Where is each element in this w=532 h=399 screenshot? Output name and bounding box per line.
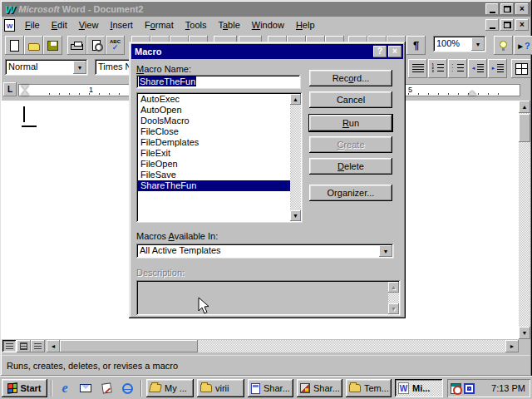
description-scroll-track [388,293,399,303]
list-item[interactable]: FileOpen [138,159,290,170]
document-control-icon[interactable]: W [4,19,15,32]
taskbar: Start e My ... virii Shar... Shar... Tem… [0,376,532,399]
quick-launch-channels[interactable] [119,381,135,396]
menu-format[interactable]: Format [139,18,180,32]
list-item[interactable]: AutoExec [138,94,290,105]
vertical-scrollbar[interactable]: ▲ ▼ [519,101,530,339]
menu-tools[interactable]: Tools [180,18,213,32]
chevron-down-icon[interactable]: ▼ [73,61,86,74]
chevron-down-icon[interactable]: ▼ [471,37,485,51]
run-button[interactable]: Run [309,115,392,131]
normal-view-button[interactable] [2,340,17,352]
window-titlebar[interactable]: W Microsoft Word - Document2 × [2,2,530,17]
folder-icon [349,384,361,392]
horizontal-scroll-thumb[interactable] [60,340,198,352]
outline-view-button[interactable] [31,340,45,352]
first-line-indent-marker[interactable] [21,85,29,90]
task-button-shar2[interactable]: Shar... [297,379,342,397]
open-button[interactable] [24,36,43,55]
scroll-left-button[interactable]: ◄ [47,340,60,352]
delete-button[interactable]: Delete [309,158,392,175]
text-caret [23,106,25,122]
menu-insert[interactable]: Insert [104,18,139,32]
task-button-microsoft-word[interactable]: W Mi... [395,379,443,397]
list-item[interactable]: FileClose [138,126,290,137]
list-scrollbar[interactable]: ▲ ▼ [290,94,301,221]
vertical-scroll-thumb[interactable] [519,114,530,142]
scroll-up-button[interactable]: ▲ [290,94,301,105]
save-button[interactable] [43,36,62,55]
help-pointer-icon: ►? [516,41,530,51]
zoom-combo[interactable]: 100% ▼ [433,36,486,52]
hanging-indent-marker[interactable] [21,91,29,96]
status-bar: Runs, creates, deletes, or revises a mac… [2,355,530,375]
list-item[interactable]: FileDemplates [138,137,290,148]
increase-indent-button[interactable] [488,59,507,78]
dialog-close-button[interactable]: × [388,46,401,57]
scroll-up-button[interactable]: ▲ [519,101,530,113]
doc-close-button[interactable]: × [515,19,529,31]
numbered-list-button[interactable] [428,59,447,78]
help-button[interactable]: ►? [514,36,532,55]
record-button[interactable]: Record... [309,70,392,86]
paragraph-mark-icon: ¶ [413,39,419,52]
menu-edit[interactable]: Edit [46,18,73,32]
task-button-my[interactable]: My ... [146,379,194,397]
borders-button[interactable] [511,59,531,78]
task-button-tem[interactable]: Tem... [346,379,392,397]
start-button[interactable]: Start [2,379,47,397]
menu-window[interactable]: Window [246,18,290,32]
scheduler-icon[interactable] [451,383,461,394]
scroll-down-button[interactable]: ▼ [290,210,301,221]
restore-button[interactable] [500,3,514,15]
normal-view-icon [6,343,13,350]
list-item[interactable]: FileExit [138,148,290,159]
macros-available-combo[interactable]: All Active Templates ▼ [136,244,394,259]
menu-file[interactable]: File [19,18,46,32]
new-document-button[interactable] [5,36,24,55]
quick-launch-internet-explorer[interactable]: e [57,381,73,396]
quick-launch-outlook-express[interactable] [77,381,94,396]
writing-pad-icon [101,382,112,393]
network-icon[interactable] [464,383,475,394]
page-layout-view-button[interactable] [17,340,31,352]
print-button[interactable] [67,36,86,55]
style-combo[interactable]: Normal ▼ [5,59,88,76]
quick-launch-writing-pad[interactable] [98,381,115,396]
scroll-down-button[interactable]: ▼ [519,327,530,339]
macro-list[interactable]: AutoExec AutoOpen DoolsMacro FileClose F… [136,92,303,223]
doc-restore-button[interactable] [500,19,514,31]
task-button-virii[interactable]: virii [197,379,244,397]
taskbar-divider [140,380,142,397]
decrease-indent-button[interactable] [468,59,487,78]
minimize-button[interactable] [485,3,499,15]
spelling-button[interactable]: ABC✓ [106,36,125,55]
list-scroll-track[interactable] [290,105,301,210]
menu-table[interactable]: Table [212,18,245,32]
show-paragraph-button[interactable]: ¶ [406,36,426,55]
macro-name-input[interactable]: ShareTheFun [136,75,301,89]
dialog-help-button[interactable]: ? [373,46,387,57]
list-item[interactable]: AutoOpen [138,105,290,116]
bulleted-list-button[interactable] [448,59,467,78]
dialog-titlebar[interactable]: Macro ? × [131,44,403,59]
menu-view[interactable]: View [73,18,105,32]
right-indent-marker[interactable] [468,91,476,96]
menu-help[interactable]: Help [290,18,321,32]
list-item-selected[interactable]: ShareTheFun [138,180,290,191]
close-button[interactable]: × [515,3,529,15]
task-button-shar1[interactable]: Shar... [248,379,293,397]
list-item[interactable]: DoolsMacro [138,116,290,126]
tab-selector-button[interactable]: L [3,82,17,96]
organizer-button[interactable]: Organizer... [309,185,392,201]
print-preview-button[interactable] [86,36,106,55]
cancel-button[interactable]: Cancel [309,91,392,108]
justify-button[interactable] [408,59,427,78]
description-scrollbar[interactable]: ▲ ▼ [388,282,399,314]
outline-view-icon [34,343,42,350]
scroll-right-button[interactable]: ► [505,340,519,352]
tip-wizard-button[interactable] [494,36,513,55]
chevron-down-icon[interactable]: ▼ [379,245,392,257]
list-item[interactable]: FileSave [138,170,290,180]
doc-minimize-button[interactable] [485,19,499,31]
